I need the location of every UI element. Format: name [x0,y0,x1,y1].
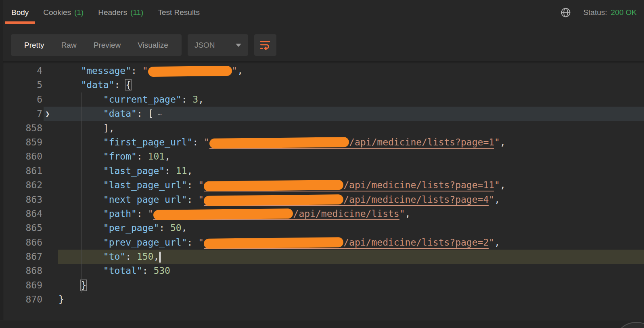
tab-test-results-label: Test Results [158,8,199,17]
json-punctuation: , [494,237,500,248]
json-string: " [198,194,204,205]
status-label: Status: [583,8,607,17]
json-punctuation: , [237,65,243,76]
view-pretty[interactable]: Pretty [16,34,53,56]
redaction-marker [204,194,343,206]
view-mode-switcher: Pretty Raw Preview Visualize [11,34,182,56]
url-link[interactable]: /api/medicine/lists [153,208,399,220]
code-line-content: ], [59,121,114,135]
line-number: 6 [3,93,42,107]
json-punctuation: : [114,80,125,90]
url-link[interactable]: /api/medicine/lists?page=4 [204,194,489,206]
format-dropdown-value: JSON [194,41,215,50]
line-number: 865 [3,221,42,235]
url-link[interactable]: /api/medicine/lists?page=2 [204,237,489,249]
code-line: 861 "last_page": 11, [3,164,644,178]
json-punctuation: , [182,223,187,233]
json-key: "path" [103,208,137,219]
json-key: "data" [81,80,114,90]
collapsed-ellipsis[interactable]: ⋯ [153,110,161,118]
tab-body[interactable]: Body [4,0,36,25]
line-number: 869 [3,278,42,292]
code-line: 864 "path": "/api/medicine/lists", [3,207,644,221]
json-string: " [494,137,500,147]
response-body-editor[interactable]: 4 "message": "",5 "data": {6 "current_pa… [3,61,644,320]
json-key: "next_page_url" [103,194,187,205]
wrap-lines-button[interactable] [254,34,276,56]
tab-cookies[interactable]: Cookies (1) [36,0,91,25]
network-globe-icon[interactable] [560,6,572,19]
line-number: 870 [3,292,42,307]
code-line-content: "message": "", [59,64,243,78]
json-punctuation: ], [103,123,115,133]
view-visualize[interactable]: Visualize [129,34,177,56]
code-line-content: "current_page": 3, [59,93,204,107]
redaction-marker [148,66,232,77]
json-string: " [198,237,204,248]
json-punctuation: : [159,223,170,233]
json-punctuation: : [187,180,199,190]
url-link[interactable]: /api/medicine/lists?page=1 [209,137,494,149]
tab-headers[interactable]: Headers (11) [91,0,151,25]
line-number: 866 [3,235,42,250]
code-line-content: "per_page": 50, [59,221,187,235]
view-preview[interactable]: Preview [85,34,130,56]
json-string: " [148,208,154,219]
redaction-marker [153,208,293,220]
code-line: 858 ], [3,121,644,135]
line-number: 858 [3,121,42,135]
code-line: 6 "current_page": 3, [3,93,644,107]
line-number: 859 [3,135,42,149]
code-line: 867 "to": 150, [3,250,644,264]
json-key: "current_page" [103,94,182,105]
code-line-content: "prev_page_url": "/api/medicine/lists?pa… [59,235,500,250]
json-string: " [494,180,500,190]
json-punctuation: : [137,108,148,119]
redaction-marker [209,137,349,149]
code-line: 860 "from": 101, [3,149,644,164]
line-number: 4 [3,64,42,78]
code-line-content: "next_page_url": "/api/medicine/lists?pa… [59,193,500,207]
code-line-content: "first_page_url": "/api/medicine/lists?p… [59,135,506,149]
json-punctuation: : [131,65,142,76]
code-line: 869 } [3,278,644,292]
line-number: 868 [3,264,42,278]
tab-test-results[interactable]: Test Results [151,0,207,25]
tab-cookies-count: (1) [74,8,84,17]
code-line: 870} [3,292,644,307]
view-raw[interactable]: Raw [53,34,85,56]
json-punctuation: , [500,180,506,190]
line-number: 867 [3,250,42,264]
code-line-content: "last_page_url": "/api/medicine/lists?pa… [59,178,506,192]
json-punctuation: : [142,265,154,276]
code-line-content: "last_page": 11, [59,164,192,178]
status-badge: Status: 200 OK [583,8,637,17]
json-string: " [142,65,148,76]
code-line: 865 "per_page": 50, [3,221,644,235]
fold-chevron-icon[interactable]: ❯ [45,107,50,121]
code-line-content: } [59,278,86,292]
json-key: "last_page" [103,166,165,176]
status-value: 200 OK [611,8,637,17]
json-string: " [232,65,237,76]
json-number: 150 [137,251,154,262]
code-line-content: "from": 101, [59,149,170,164]
tab-headers-count: (11) [130,8,143,17]
code-line: 863 "next_page_url": "/api/medicine/list… [3,193,644,207]
url-link[interactable]: /api/medicine/lists?page=11 [204,180,494,191]
json-key: "data" [103,108,137,119]
code-line: 868 "total": 530 [3,264,644,278]
chevron-down-icon [236,44,241,47]
json-number: 11 [176,166,187,176]
json-key: "from" [103,151,137,162]
code-line-content: "path": "/api/medicine/lists", [59,207,410,221]
code-line-content: "to": 150, [59,250,161,264]
format-dropdown[interactable]: JSON [188,34,248,56]
json-punctuation: : [137,208,148,219]
redaction-marker [204,237,343,249]
tab-headers-label: Headers [98,8,127,17]
tab-body-label: Body [11,8,29,17]
json-string: " [204,137,209,147]
line-number: 861 [3,164,42,178]
matched-bracket: { [125,80,131,90]
